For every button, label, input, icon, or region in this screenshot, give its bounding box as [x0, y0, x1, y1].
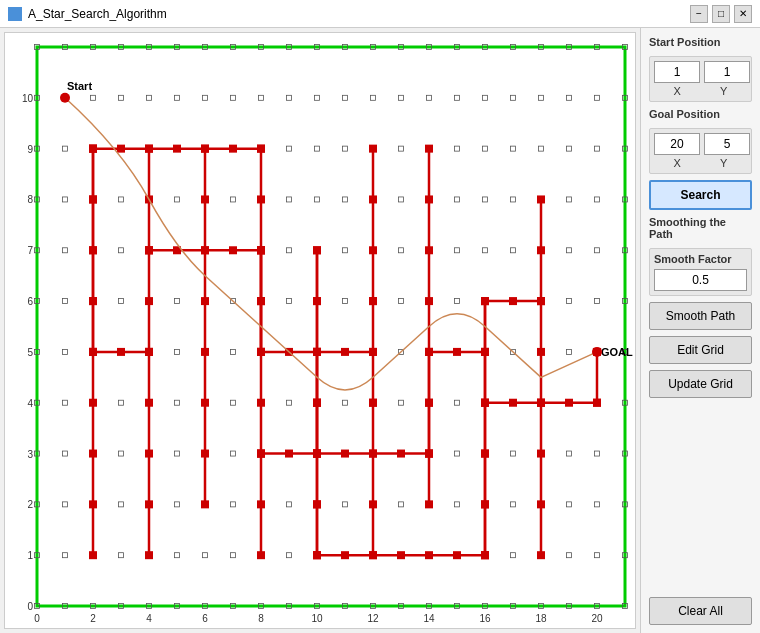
maximize-button[interactable]: □: [712, 5, 730, 23]
goal-y-label: Y: [703, 157, 746, 169]
start-x-label: X: [656, 85, 699, 97]
edit-grid-button[interactable]: Edit Grid: [649, 336, 752, 364]
start-position-group: X Y: [649, 56, 752, 102]
title-bar-left: A_Star_Search_Algorithm: [8, 7, 167, 21]
clear-all-button[interactable]: Clear All: [649, 597, 752, 625]
start-pos-labels: X Y: [654, 85, 747, 97]
update-grid-button[interactable]: Update Grid: [649, 370, 752, 398]
smooth-factor-input[interactable]: [654, 269, 747, 291]
sidebar: Start Position X Y Goal Position X Y Sea…: [640, 28, 760, 633]
grid-canvas[interactable]: [5, 33, 635, 628]
smooth-path-button[interactable]: Smooth Path: [649, 302, 752, 330]
goal-x-input[interactable]: [654, 133, 700, 155]
title-bar: A_Star_Search_Algorithm − □ ✕: [0, 0, 760, 28]
minimize-button[interactable]: −: [690, 5, 708, 23]
search-button[interactable]: Search: [649, 180, 752, 210]
canvas-area: [4, 32, 636, 629]
start-x-input[interactable]: [654, 61, 700, 83]
smoothing-label: Smoothing the Path: [649, 216, 752, 240]
goal-position-label: Goal Position: [649, 108, 752, 120]
start-pos-inputs: [654, 61, 747, 83]
goal-position-group: X Y: [649, 128, 752, 174]
goal-pos-labels: X Y: [654, 157, 747, 169]
title-bar-controls: − □ ✕: [690, 5, 752, 23]
start-y-label: Y: [703, 85, 746, 97]
app-icon: [8, 7, 22, 21]
close-button[interactable]: ✕: [734, 5, 752, 23]
smooth-factor-label: Smooth Factor: [654, 253, 747, 265]
window-title: A_Star_Search_Algorithm: [28, 7, 167, 21]
goal-pos-inputs: [654, 133, 747, 155]
main-content: Start Position X Y Goal Position X Y Sea…: [0, 28, 760, 633]
start-y-input[interactable]: [704, 61, 750, 83]
start-position-label: Start Position: [649, 36, 752, 48]
goal-x-label: X: [656, 157, 699, 169]
smooth-factor-group: Smooth Factor: [649, 248, 752, 296]
goal-y-input[interactable]: [704, 133, 750, 155]
